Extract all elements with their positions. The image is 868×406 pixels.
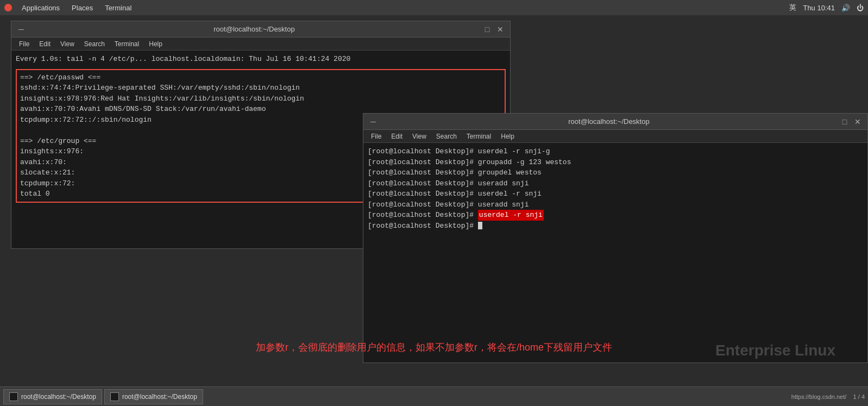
terminal-right-title: root@localhost:~/Desktop bbox=[378, 117, 840, 126]
taskbar-right: https://blog.csdn.net/ 1 / 4 bbox=[791, 393, 865, 400]
menu-applications[interactable]: Applications bbox=[16, 3, 65, 13]
power-icon[interactable]: ⏻ bbox=[857, 4, 864, 12]
taskbar-page: 1 / 4 bbox=[853, 393, 865, 400]
win-controls-left-right: □ ✕ bbox=[483, 25, 505, 34]
terminal-cursor bbox=[478, 222, 482, 229]
taskbar-term-icon-2 bbox=[110, 392, 119, 401]
close-btn-right[interactable]: ✕ bbox=[853, 117, 862, 126]
close-btn-left[interactable]: ✕ bbox=[496, 25, 505, 34]
term-right-view[interactable]: View bbox=[408, 132, 431, 141]
term-right-edit[interactable]: Edit bbox=[387, 132, 407, 141]
term-right-terminal[interactable]: Terminal bbox=[462, 132, 495, 141]
cmd-line-2: [root@localhost Desktop]# groupadd -g 12… bbox=[368, 157, 863, 168]
menu-terminal[interactable]: Terminal bbox=[99, 3, 137, 13]
maximize-btn-left[interactable]: □ bbox=[483, 25, 492, 34]
term-left-help[interactable]: Help bbox=[144, 39, 167, 49]
taskbar-item-2[interactable]: root@localhost:~/Desktop bbox=[104, 389, 203, 404]
cmd-line-4: [root@localhost Desktop]# useradd snji bbox=[368, 178, 863, 189]
top-menubar: Applications Places Terminal 英 Thu 10:41… bbox=[0, 0, 868, 15]
top-bar-left: Applications Places Terminal bbox=[4, 3, 787, 13]
terminal-right-menubar: File Edit View Search Terminal Help bbox=[363, 130, 867, 143]
taskbar-url: https://blog.csdn.net/ bbox=[791, 393, 847, 400]
taskbar-item-1[interactable]: root@localhost:~/Desktop bbox=[3, 389, 102, 404]
cmd-line-1: [root@localhost Desktop]# userdel -r snj… bbox=[368, 146, 863, 157]
maximize-btn-right[interactable]: □ bbox=[840, 117, 849, 126]
volume-icon[interactable]: 🔊 bbox=[841, 4, 850, 12]
term-left-view[interactable]: View bbox=[56, 39, 79, 49]
term-right-search[interactable]: Search bbox=[432, 132, 461, 141]
terminal-left-titlebar: ─ root@localhost:~/Desktop □ ✕ bbox=[11, 21, 510, 38]
desktop: ─ root@localhost:~/Desktop □ ✕ File Edit… bbox=[0, 15, 868, 386]
cmd-line-6: [root@localhost Desktop]# useradd snji bbox=[368, 199, 863, 210]
terminal-right-content: [root@localhost Desktop]# userdel -r snj… bbox=[363, 143, 867, 363]
terminal-left-title: root@localhost:~/Desktop bbox=[26, 25, 483, 33]
top-bar-right: 英 Thu 10:41 🔊 ⏻ bbox=[789, 3, 864, 13]
taskbar-label-1: root@localhost:~/Desktop bbox=[21, 393, 96, 401]
language-indicator: 英 bbox=[789, 3, 796, 13]
term-left-terminal[interactable]: Terminal bbox=[110, 39, 143, 49]
term-right-file[interactable]: File bbox=[367, 132, 386, 141]
passwd-header: ==> /etc/passwd <== bbox=[20, 72, 501, 83]
term-left-search[interactable]: Search bbox=[80, 39, 109, 49]
cmd-line-5: [root@localhost Desktop]# userdel -r snj… bbox=[368, 189, 863, 199]
terminal-right-lines: [root@localhost Desktop]# userdel -r snj… bbox=[368, 146, 863, 231]
annotation-text: 加参数r，会彻底的删除用户的信息，如果不加参数r，将会在/home下残留用户文件 bbox=[256, 341, 612, 354]
watch-header: Every 1.0s: tail -n 4 /etc/p... localhos… bbox=[16, 54, 506, 65]
win-controls-right-left: ─ bbox=[369, 117, 378, 126]
cmd-line-7: [root@localhost Desktop]# userdel -r snj… bbox=[368, 210, 863, 221]
menu-places[interactable]: Places bbox=[66, 3, 98, 13]
win-controls-left: ─ bbox=[17, 25, 26, 34]
taskbar-label-2: root@localhost:~/Desktop bbox=[122, 393, 197, 401]
distro-logo bbox=[4, 4, 12, 11]
highlighted-command: userdel -r snji bbox=[478, 210, 544, 221]
term-left-file[interactable]: File bbox=[15, 39, 34, 49]
minimize-btn-right[interactable]: ─ bbox=[369, 117, 378, 126]
clock: Thu 10:41 bbox=[803, 4, 835, 12]
cmd-line-3: [root@localhost Desktop]# groupdel westo… bbox=[368, 167, 863, 178]
cmd-line-8: [root@localhost Desktop]# bbox=[368, 221, 863, 232]
win-controls-right-right: □ ✕ bbox=[840, 117, 862, 126]
terminal-left-menubar: File Edit View Search Terminal Help bbox=[11, 38, 510, 51]
term-right-help[interactable]: Help bbox=[496, 132, 519, 141]
taskbar: root@localhost:~/Desktop root@localhost:… bbox=[0, 386, 868, 406]
taskbar-term-icon-1 bbox=[9, 392, 18, 401]
term-left-edit[interactable]: Edit bbox=[35, 39, 55, 49]
terminal-right-titlebar: ─ root@localhost:~/Desktop □ ✕ bbox=[363, 114, 867, 130]
minimize-btn-left[interactable]: ─ bbox=[17, 25, 26, 34]
terminal-window-right: ─ root@localhost:~/Desktop □ ✕ File Edit… bbox=[363, 113, 868, 363]
